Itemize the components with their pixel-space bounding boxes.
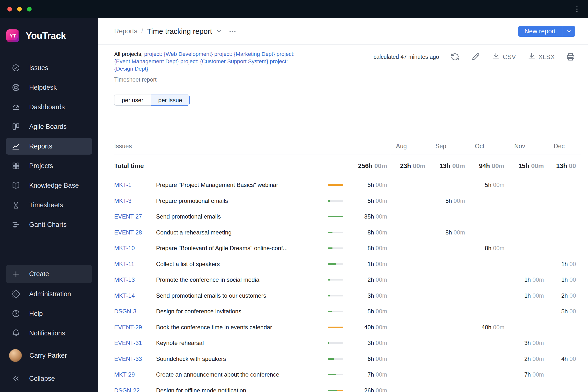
issue-id-link[interactable]: DSGN-3 [114, 308, 156, 315]
filter-projects-link[interactable]: {Design Dept} [114, 66, 148, 72]
more-options-icon[interactable] [228, 27, 237, 36]
issue-total-time: 35h 00m [343, 213, 387, 220]
month-cell: 1h 00m [509, 276, 549, 283]
issue-id-link[interactable]: EVENT-33 [114, 356, 156, 362]
month-cell: 8h 00m [470, 245, 509, 252]
issue-id-link[interactable]: MKT-1 [114, 182, 156, 188]
issue-summary[interactable]: Promote the conference in social media [156, 276, 328, 283]
calculated-timestamp: calculated 47 minutes ago [374, 54, 439, 60]
table-row: MKT-10Prepare "Boulevard of Agile Dreams… [114, 240, 581, 256]
sidebar-item-administration[interactable]: Administration [6, 286, 92, 302]
new-report-dropdown-button[interactable] [562, 26, 575, 37]
maximize-window-button[interactable] [27, 7, 32, 12]
issue-summary[interactable]: Design for conference invitations [156, 308, 328, 315]
filter-projects-link[interactable]: {Event Management Dept} project: {Custom… [114, 58, 288, 64]
export-xlsx-button[interactable]: XLSX [527, 52, 555, 62]
table-row: EVENT-33Soundcheck with speakers6h 00m2h… [114, 351, 581, 367]
breadcrumb[interactable]: Reports [114, 28, 138, 35]
page-header: Reports / Time tracking report New repor… [98, 18, 588, 44]
month-cell: 1h 00 [549, 276, 581, 283]
issues-icon [12, 64, 20, 72]
project-filter: All projects, project: {Web Development}… [114, 50, 330, 72]
knowledge-base-icon [12, 181, 20, 190]
toggle-per-issue[interactable]: per issue [151, 94, 190, 106]
issue-summary[interactable]: Book the conference time in events calen… [156, 324, 328, 331]
chevron-down-icon[interactable] [216, 28, 222, 35]
total-month-cell: 15h 00m [509, 162, 549, 170]
issue-summary[interactable]: Create an announcement about the confere… [156, 371, 328, 378]
issue-summary[interactable]: Send promotional emails [156, 213, 328, 220]
refresh-icon[interactable] [450, 52, 460, 62]
sidebar-item-help[interactable]: Help [6, 305, 92, 322]
table-row: MKT-13Promote the conference in social m… [114, 272, 581, 288]
create-button[interactable]: Create [6, 265, 92, 283]
edit-pencil-icon[interactable] [471, 52, 480, 62]
table-row: MKT-3Prepare promotional emails5h 00m5h … [114, 193, 581, 209]
app-logo[interactable]: YT YouTrack [6, 30, 66, 42]
page-title[interactable]: Time tracking report [147, 27, 212, 36]
sidebar-footer-nav: AdministrationHelpNotifications [6, 286, 92, 342]
issue-summary[interactable]: Collect a list of speakers [156, 261, 328, 268]
create-label: Create [29, 270, 49, 278]
filter-projects-link[interactable]: project: {Web Development} project: {Mar… [144, 51, 295, 57]
export-csv-button[interactable]: CSV [492, 52, 516, 62]
issue-id-link[interactable]: EVENT-27 [114, 213, 156, 220]
kebab-menu-icon[interactable] [573, 6, 581, 13]
issue-id-link[interactable]: MKT-14 [114, 292, 156, 299]
sidebar-item-reports[interactable]: Reports [6, 138, 92, 154]
issue-summary[interactable]: Send promotional emails to our customers [156, 292, 328, 299]
new-report-button[interactable]: New report [518, 26, 562, 37]
collapse-sidebar-button[interactable]: Collapse [6, 370, 92, 387]
user-profile[interactable]: Carry Parker [6, 347, 92, 364]
issue-summary[interactable]: Prepare "Project Management Basics" webi… [156, 182, 328, 188]
progress-bar [328, 326, 343, 328]
issue-id-link[interactable]: MKT-11 [114, 261, 156, 268]
timesheets-icon [12, 201, 20, 210]
collapse-label: Collapse [29, 375, 55, 382]
issue-total-time: 8h 00m [343, 245, 387, 252]
issue-id-link[interactable]: MKT-13 [114, 276, 156, 283]
sidebar-item-notifications[interactable]: Notifications [6, 325, 92, 342]
sidebar-item-knowledge-base[interactable]: Knowledge Base [6, 177, 92, 194]
issue-summary[interactable]: Design for offline mode notification [156, 387, 328, 392]
issue-summary[interactable]: Soundcheck with speakers [156, 356, 328, 362]
helpdesk-icon [12, 83, 20, 92]
table-row: EVENT-29Book the conference time in even… [114, 320, 581, 336]
progress-bar [328, 342, 343, 344]
total-month-cell: 94h 00m [470, 162, 509, 170]
sidebar-item-timesheets[interactable]: Timesheets [6, 197, 92, 214]
progress-bar [328, 232, 343, 233]
month-cell: 2h 00 [549, 292, 581, 299]
close-window-button[interactable] [7, 7, 12, 12]
help-icon [12, 309, 20, 318]
issue-id-link[interactable]: EVENT-31 [114, 340, 156, 346]
sidebar-item-helpdesk[interactable]: Helpdesk [6, 79, 92, 96]
issue-id-link[interactable]: MKT-29 [114, 371, 156, 378]
collapse-icon [12, 374, 20, 383]
issue-summary[interactable]: Prepare "Boulevard of Agile Dreams" onli… [156, 245, 328, 252]
sidebar-nav: IssuesHelpdeskDashboardsAgile BoardsRepo… [6, 60, 92, 233]
issue-summary[interactable]: Keynote rehearsal [156, 340, 328, 346]
progress-bar [328, 200, 343, 202]
sidebar-item-issues[interactable]: Issues [6, 60, 92, 76]
sidebar-item-agile-boards[interactable]: Agile Boards [6, 118, 92, 135]
sidebar-item-gantt-charts[interactable]: Gantt Charts [6, 216, 92, 233]
issue-summary[interactable]: Conduct a rehearsal meeting [156, 229, 328, 236]
toggle-per-user[interactable]: per user [114, 94, 151, 106]
issue-id-link[interactable]: MKT-10 [114, 245, 156, 252]
issue-id-link[interactable]: MKT-3 [114, 198, 156, 204]
table-row: DSGN-3Design for conference invitations5… [114, 304, 581, 320]
projects-icon [12, 162, 20, 170]
months-header: AugSepOctNovDec [391, 138, 581, 154]
print-icon[interactable] [566, 52, 575, 62]
issue-id-link[interactable]: EVENT-29 [114, 324, 156, 331]
sidebar-item-dashboards[interactable]: Dashboards [6, 99, 92, 116]
issue-total-time: 5h 00m [343, 182, 387, 188]
total-month-cell: 23h 00m [391, 162, 430, 170]
issue-id-link[interactable]: DSGN-22 [114, 387, 156, 392]
issue-summary[interactable]: Prepare promotional emails [156, 198, 328, 204]
total-month-cell: 13h 00 [549, 162, 581, 170]
issue-id-link[interactable]: EVENT-28 [114, 229, 156, 236]
minimize-window-button[interactable] [17, 7, 22, 12]
sidebar-item-projects[interactable]: Projects [6, 158, 92, 174]
